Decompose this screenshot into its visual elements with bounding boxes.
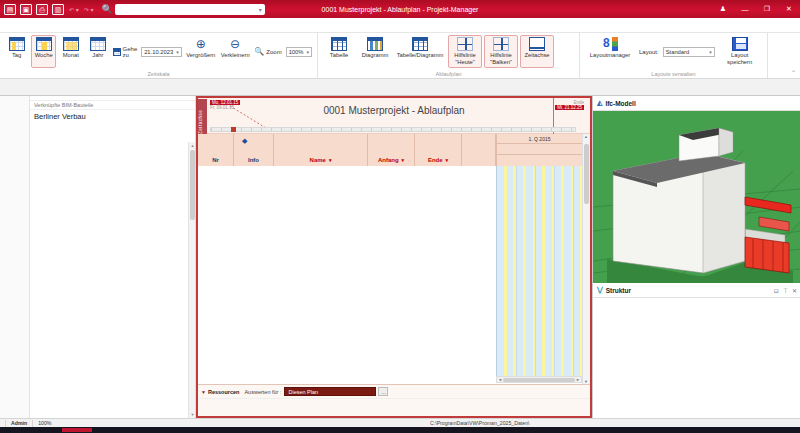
status-path: C:\ProgramData\VW\Proman_2025_Daten\: [430, 420, 529, 426]
status-zoom: 100%: [38, 420, 51, 426]
timeline-ruler[interactable]: [210, 127, 576, 132]
diagramm-button[interactable]: Diagramm: [358, 35, 392, 68]
group-label-ablaufplan: Ablaufplan: [318, 71, 579, 77]
group-label-layouts: Layouts verwalten: [580, 71, 767, 77]
gantt-horizontal-scrollbar[interactable]: ◄►: [496, 376, 582, 383]
layoutmanager-button[interactable]: Layoutmanager: [584, 35, 636, 68]
column-header-nr[interactable]: Nr: [198, 134, 234, 166]
resources-collapse-icon[interactable]: ▼: [201, 389, 206, 395]
layout-speichern-button[interactable]: Layout speichern: [718, 35, 762, 68]
taskbar-strip: [0, 427, 800, 433]
chevron-down-icon: ▾: [176, 49, 179, 55]
tabelle-button[interactable]: Tabelle: [322, 35, 356, 68]
bim-parts-panel: Verknüpfte BIM-Bauteile Berliner Verbau …: [30, 96, 196, 418]
bim-panel-title: Berliner Verbau: [30, 110, 195, 122]
ifc-3d-viewport[interactable]: [593, 111, 800, 283]
ifc-panel: ◭ Ifc-Modell: [592, 96, 800, 418]
search-icon: 🔍: [101, 4, 112, 14]
quick-access-print-icon[interactable]: ⎙: [36, 4, 48, 15]
gantt-week-row: [497, 155, 582, 166]
sort-icon[interactable]: ▾: [446, 157, 449, 163]
column-header-info[interactable]: Info: [234, 134, 274, 166]
table-icon: [331, 37, 347, 51]
structure-title: Struktur: [606, 287, 631, 294]
timeline-ruler-marker[interactable]: [231, 127, 236, 132]
close-panel-icon[interactable]: ✕: [792, 287, 797, 294]
layout-select[interactable]: Standard▾: [663, 47, 715, 57]
calendar-year-icon: [90, 37, 106, 51]
ifc-3d-model: [593, 111, 800, 283]
quick-access-export-icon[interactable]: ▥: [52, 4, 64, 15]
ifc-model-icon: ◭: [597, 99, 602, 107]
vergroessern-button[interactable]: ⊕Vergrößern: [185, 35, 217, 68]
goto-date-label[interactable]: Gehe zu: [123, 46, 140, 58]
sort-icon[interactable]: ▾: [329, 157, 332, 163]
verkleinern-button[interactable]: ⊖Verkleinern: [219, 35, 251, 68]
schedule-title: 0001 Musterprojekt - Ablaufplan: [198, 105, 590, 116]
ribbon-group-layouts: Layoutmanager Layout: Standard▾ Layout s…: [580, 33, 768, 78]
column-header-anfang[interactable]: Anfang▾: [368, 134, 415, 166]
ribbon-collapse-icon[interactable]: ⌃: [791, 69, 796, 76]
goto-date-field[interactable]: 21.10.2023▾: [141, 47, 182, 57]
minimize-button[interactable]: —: [734, 0, 756, 18]
resources-title: Ressourcen: [208, 389, 240, 395]
schedule-panel: Mo, 12.01.15 Fr, 09.01.15 0001 Musterpro…: [196, 96, 592, 418]
pin-icon[interactable]: ⊤: [783, 287, 788, 294]
close-button[interactable]: ✕: [778, 0, 800, 18]
search-caret[interactable]: ▾: [259, 6, 262, 13]
layout-label: Layout:: [639, 49, 659, 55]
column-header-trade[interactable]: [462, 134, 496, 166]
ifc-model-title: Ifc-Modell: [605, 100, 635, 107]
status-user: Admin: [11, 420, 27, 426]
chevron-down-icon: ▾: [709, 49, 712, 55]
guideline-today-icon: [457, 37, 473, 51]
zeitachse-button[interactable]: Zeitachse: [520, 35, 554, 68]
schedule-header: Mo, 12.01.15 Fr, 09.01.15 0001 Musterpro…: [198, 98, 590, 134]
taskbar-app-icon[interactable]: [62, 428, 92, 432]
tabelle-diagramm-button[interactable]: Tabelle/Diagramm: [394, 35, 446, 68]
chevron-down-icon: ▾: [306, 49, 309, 55]
chart-icon: [367, 37, 383, 51]
structure-header: ⋁ Struktur ⊡ ⊤ ✕: [593, 283, 800, 298]
table-vertical-scrollbar[interactable]: ▲▼: [582, 134, 590, 384]
table-chart-icon: [412, 37, 428, 51]
bim-caption: Verknüpfte BIM-Bauteile: [30, 101, 195, 110]
task-table-body: [198, 166, 496, 364]
more-button[interactable]: ...: [378, 387, 388, 396]
woche-button[interactable]: Woche: [31, 35, 56, 68]
save-icon: [732, 37, 748, 51]
plan-end-marker[interactable]: Ende Mi, 21.12.25: [555, 100, 584, 110]
zoom-in-icon: ⊕: [196, 37, 206, 51]
quick-access-save-icon[interactable]: ▣: [20, 4, 32, 15]
search-input[interactable]: ▾: [115, 4, 265, 15]
bim-tree-scrollbar[interactable]: ▲ ▼: [188, 142, 195, 418]
calendar-day-icon: [9, 37, 25, 51]
tag-button[interactable]: Tag: [4, 35, 29, 68]
goto-date-icon: [113, 48, 120, 56]
sort-icon[interactable]: ▾: [402, 157, 405, 163]
calendar-month-icon: [63, 37, 79, 51]
jahr-button[interactable]: Jahr: [85, 35, 110, 68]
restore-button[interactable]: ❐: [756, 0, 778, 18]
dock-icon[interactable]: ⊡: [774, 287, 779, 294]
ribbon-group-ablaufplan: Tabelle Diagramm Tabelle/Diagramm Hilfsl…: [318, 33, 580, 78]
account-icon[interactable]: ♟: [712, 0, 734, 18]
quick-access-list-icon[interactable]: ▤: [4, 4, 16, 15]
gantt-header: 1. Q 2015: [496, 134, 582, 166]
redo-icon[interactable]: ↷ ▾: [84, 6, 94, 13]
zoom-icon: 🔍: [254, 45, 264, 59]
hilfslinie-balken-button[interactable]: Hilfslinie "Balken": [484, 35, 518, 68]
menu-bar: [0, 18, 800, 33]
hilfslinie-heute-button[interactable]: Hilfslinie "Heute": [448, 35, 482, 68]
plan-scope-field[interactable]: Diesen Plan: [284, 387, 376, 396]
time-axis-icon: [529, 37, 545, 51]
filter-diamond-icon[interactable]: ◆: [242, 137, 247, 145]
column-header-ende[interactable]: Ende▾: [415, 134, 462, 166]
resources-panel: ▼ Ressourcen Auswerten für : Diesen Plan…: [198, 384, 590, 416]
monat-button[interactable]: Monat: [58, 35, 83, 68]
gantt-quarter-label: 1. Q 2015: [497, 134, 582, 144]
zoom-select[interactable]: 100%▾: [286, 47, 312, 57]
bim-tree: [30, 142, 188, 418]
undo-icon[interactable]: ↶ ▾: [69, 6, 79, 13]
column-header-name[interactable]: Name▾: [274, 134, 368, 166]
